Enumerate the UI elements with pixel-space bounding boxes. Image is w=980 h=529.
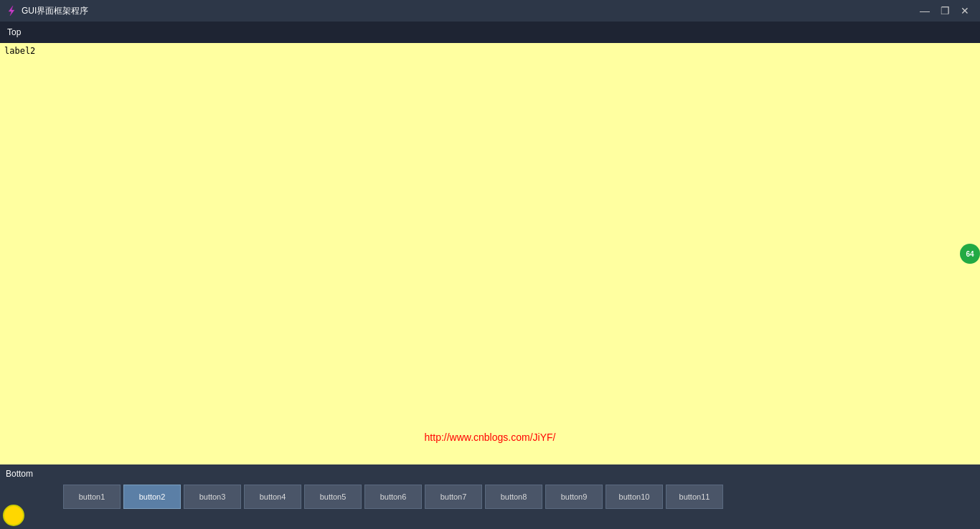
center-link[interactable]: http://www.cnblogs.com/JiYF/ — [425, 432, 556, 443]
menu-top-item[interactable]: Top — [3, 24, 25, 40]
title-text: GUI界面框架程序 — [22, 5, 88, 17]
button-button4[interactable]: button4 — [244, 485, 301, 509]
titlebar-controls: — ❐ ✕ — [915, 3, 974, 19]
main-area: label2 http://www.cnblogs.com/JiYF/ 64 — [0, 43, 980, 464]
avatar — [3, 505, 24, 526]
bottom-label: Bottom — [6, 467, 980, 480]
close-button[interactable]: ✕ — [956, 3, 974, 19]
app-icon — [6, 5, 17, 16]
label2: label2 — [0, 43, 980, 59]
titlebar: GUI界面框架程序 — ❐ ✕ — [0, 0, 980, 22]
button-button2[interactable]: button2 — [123, 485, 181, 509]
button-button3[interactable]: button3 — [184, 485, 241, 509]
button-button11[interactable]: button11 — [666, 485, 723, 509]
button-row: button1button2button3button4button5butto… — [6, 485, 980, 509]
titlebar-left: GUI界面框架程序 — [6, 5, 88, 17]
side-badge: 64 — [960, 244, 980, 264]
menubar: Top — [0, 22, 980, 43]
bottom-panel: Bottom button1button2button3button4butto… — [0, 464, 980, 529]
button-button10[interactable]: button10 — [606, 485, 663, 509]
button-button9[interactable]: button9 — [545, 485, 603, 509]
maximize-button[interactable]: ❐ — [936, 3, 954, 19]
button-button1[interactable]: button1 — [63, 485, 121, 509]
minimize-button[interactable]: — — [915, 3, 934, 19]
button-button8[interactable]: button8 — [485, 485, 542, 509]
button-button5[interactable]: button5 — [304, 485, 362, 509]
svg-marker-0 — [9, 6, 14, 16]
button-button7[interactable]: button7 — [425, 485, 482, 509]
button-button6[interactable]: button6 — [364, 485, 422, 509]
